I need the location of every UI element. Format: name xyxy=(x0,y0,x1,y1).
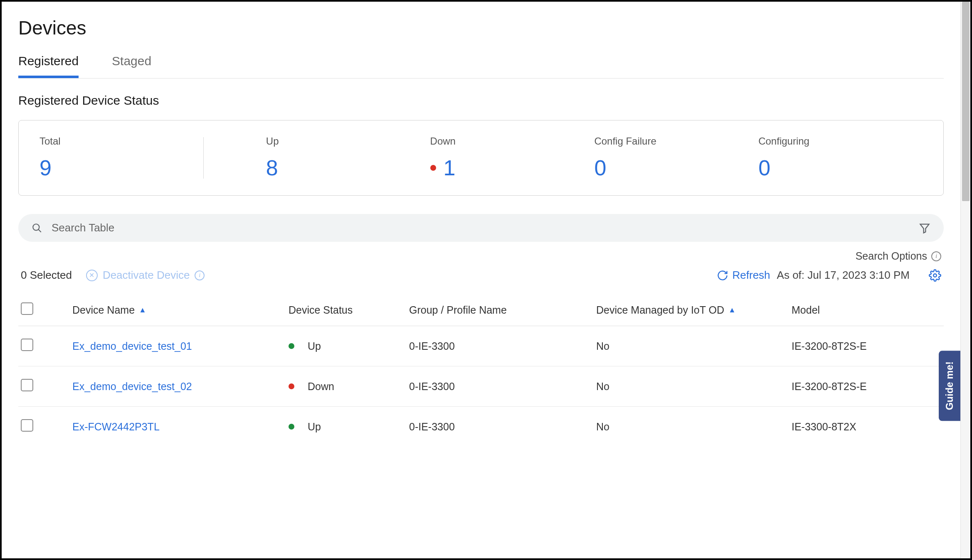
deactivate-label: Deactivate Device xyxy=(103,269,190,282)
selected-count: 0 Selected xyxy=(21,269,72,282)
status-configuring[interactable]: Configuring 0 xyxy=(758,135,923,180)
device-status: Up xyxy=(308,340,321,352)
device-name-link[interactable]: Ex_demo_device_test_01 xyxy=(72,340,192,352)
status-up[interactable]: Up 8 xyxy=(204,135,430,180)
status-dot-icon xyxy=(289,343,294,349)
search-input[interactable] xyxy=(52,221,910,234)
table-header: Device Name ▲ Device Status Group / Prof… xyxy=(18,294,944,326)
device-group: 0-IE-3300 xyxy=(409,381,596,393)
scrollbar[interactable] xyxy=(960,2,970,558)
status-config-failure-value: 0 xyxy=(594,155,758,180)
svg-point-0 xyxy=(33,224,39,230)
status-down-number: 1 xyxy=(444,155,456,180)
status-card: Total 9 Up 8 Down 1 Config Failure 0 Con… xyxy=(18,120,944,196)
device-managed: No xyxy=(596,340,792,352)
row-checkbox[interactable] xyxy=(21,379,33,391)
search-options-label: Search Options xyxy=(856,250,927,262)
status-config-failure[interactable]: Config Failure 0 xyxy=(594,135,758,180)
table-row: Ex-FCW2442P3TL Up 0-IE-3300 No IE-3300-8… xyxy=(18,407,944,447)
status-total-value: 9 xyxy=(39,155,204,180)
select-all-checkbox[interactable] xyxy=(21,302,33,315)
svg-point-3 xyxy=(933,274,937,277)
deactivate-device-button[interactable]: ✕ Deactivate Device i xyxy=(86,269,205,282)
tab-registered[interactable]: Registered xyxy=(18,54,79,78)
circle-x-icon: ✕ xyxy=(86,270,98,281)
device-group: 0-IE-3300 xyxy=(409,421,596,433)
svg-line-1 xyxy=(38,229,41,232)
header-device-name[interactable]: Device Name ▲ xyxy=(72,304,289,316)
asof-label: As of: Jul 17, 2023 3:10 PM xyxy=(777,269,910,282)
device-table: Device Name ▲ Device Status Group / Prof… xyxy=(18,294,944,447)
header-model[interactable]: Model xyxy=(792,304,944,316)
svg-marker-2 xyxy=(920,224,929,233)
search-icon xyxy=(32,223,42,233)
device-model: IE-3300-8T2X xyxy=(792,421,944,433)
status-down-label: Down xyxy=(430,135,595,147)
info-icon[interactable]: i xyxy=(931,251,941,261)
row-checkbox[interactable] xyxy=(21,419,33,432)
search-options[interactable]: Search Options i xyxy=(18,250,944,262)
toolbar: 0 Selected ✕ Deactivate Device i Refresh… xyxy=(18,269,944,282)
table-row: Ex_demo_device_test_02 Down 0-IE-3300 No… xyxy=(18,366,944,407)
guide-me-button[interactable]: Guide me! xyxy=(939,351,960,421)
status-down[interactable]: Down 1 xyxy=(430,135,595,180)
table-row: Ex_demo_device_test_01 Up 0-IE-3300 No I… xyxy=(18,326,944,366)
refresh-button[interactable]: Refresh xyxy=(717,269,770,282)
device-model: IE-3200-8T2S-E xyxy=(792,381,944,393)
device-status: Down xyxy=(308,381,334,393)
status-up-label: Up xyxy=(266,135,430,147)
device-model: IE-3200-8T2S-E xyxy=(792,340,944,352)
status-total[interactable]: Total 9 xyxy=(39,135,204,180)
status-config-failure-label: Config Failure xyxy=(594,135,758,147)
section-title: Registered Device Status xyxy=(18,93,944,108)
info-icon[interactable]: i xyxy=(195,270,205,280)
refresh-icon xyxy=(717,270,728,281)
device-group: 0-IE-3300 xyxy=(409,340,596,352)
header-group[interactable]: Group / Profile Name xyxy=(409,304,596,316)
device-name-link[interactable]: Ex_demo_device_test_02 xyxy=(72,381,192,393)
filter-icon[interactable] xyxy=(919,222,930,234)
header-device-status[interactable]: Device Status xyxy=(289,304,409,316)
device-managed: No xyxy=(596,381,792,393)
dot-red-icon xyxy=(430,165,436,171)
device-status: Up xyxy=(308,421,321,433)
header-managed-label: Device Managed by IoT OD xyxy=(596,304,724,316)
status-configuring-value: 0 xyxy=(758,155,923,180)
sort-asc-icon: ▲ xyxy=(139,306,146,314)
gear-icon[interactable] xyxy=(929,269,941,282)
header-managed[interactable]: Device Managed by IoT OD ▲ xyxy=(596,304,792,316)
device-name-link[interactable]: Ex-FCW2442P3TL xyxy=(72,421,160,433)
tab-staged[interactable]: Staged xyxy=(112,54,151,78)
refresh-label: Refresh xyxy=(733,269,770,282)
tabs: Registered Staged xyxy=(18,54,944,79)
status-total-label: Total xyxy=(39,135,204,147)
row-checkbox[interactable] xyxy=(21,339,33,351)
header-name-label: Device Name xyxy=(72,304,135,316)
scrollbar-thumb[interactable] xyxy=(962,2,970,201)
sort-asc-icon: ▲ xyxy=(728,306,736,314)
search-bar xyxy=(18,214,944,242)
status-up-value: 8 xyxy=(266,155,430,180)
device-managed: No xyxy=(596,421,792,433)
status-dot-icon xyxy=(289,424,294,430)
page-title: Devices xyxy=(18,17,944,39)
status-dot-icon xyxy=(289,383,294,389)
status-configuring-label: Configuring xyxy=(758,135,923,147)
status-down-value: 1 xyxy=(430,155,595,180)
